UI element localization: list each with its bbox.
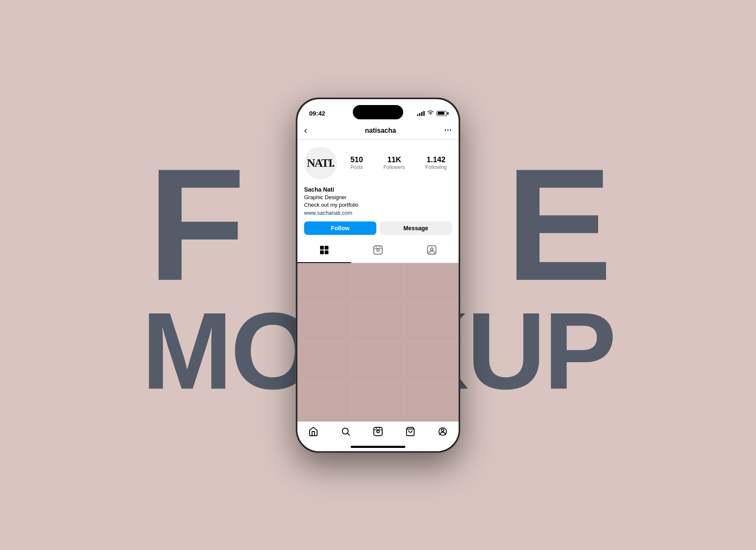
svg-rect-0 (320, 246, 324, 250)
grid-cell-9 (405, 342, 459, 382)
bg-letter-e: E (506, 145, 608, 305)
phone-screen: 09:42 (297, 99, 459, 451)
status-time: 09:42 (309, 110, 325, 117)
stat-posts: 510 Posts (350, 155, 363, 171)
app-content: ‹ natisacha ··· NATI. 510 Posts (297, 122, 459, 451)
grid-cell-8 (352, 342, 405, 382)
profile-website-link[interactable]: www.sachanati.com (304, 210, 352, 216)
profile-stats: 510 Posts 11K Followers 1.142 Following (345, 155, 452, 171)
nav-reels[interactable] (369, 426, 387, 439)
svg-rect-1 (325, 246, 328, 250)
search-icon (341, 426, 351, 439)
tab-reels[interactable] (351, 240, 405, 263)
grid-cell-7 (297, 342, 351, 382)
svg-rect-4 (374, 246, 382, 254)
svg-point-7 (430, 248, 433, 250)
avatar: NATI. (304, 147, 337, 179)
phone-shell: 09:42 (296, 98, 460, 453)
posts-count: 510 (350, 155, 363, 165)
status-icons (417, 110, 447, 116)
profile-section: NATI. 510 Posts 11K Followers (297, 140, 459, 240)
grid-cell-10 (297, 382, 351, 421)
bg-letter-f: F (148, 145, 241, 305)
svg-point-12 (441, 429, 444, 432)
signal-icon (417, 111, 425, 116)
home-icon (308, 426, 318, 439)
dynamic-island (353, 105, 403, 119)
grid-cell-12 (405, 382, 459, 421)
svg-point-5 (377, 249, 379, 251)
ig-header: ‹ natisacha ··· (297, 122, 459, 140)
stat-followers: 11K Followers (383, 155, 405, 171)
grid-icon (319, 245, 329, 258)
svg-rect-9 (374, 427, 382, 436)
phone-mockup: 09:42 (296, 98, 460, 453)
shop-icon (405, 426, 415, 439)
tab-grid[interactable] (297, 240, 351, 263)
profile-tabs (297, 240, 459, 263)
grid-cell-6 (405, 303, 459, 342)
profile-name: Sacha Nati (304, 186, 452, 193)
svg-point-10 (377, 430, 379, 433)
following-count: 1.142 (427, 155, 446, 165)
grid-cell-11 (352, 382, 405, 421)
profile-bio-line2: Check out my portfolio (304, 201, 452, 209)
profile-username: natisacha (365, 127, 396, 134)
more-options-button[interactable]: ··· (444, 126, 452, 135)
followers-label: Followers (383, 164, 405, 170)
tab-tagged[interactable] (405, 240, 459, 263)
photo-grid (297, 263, 459, 421)
nav-search[interactable] (336, 426, 355, 439)
home-indicator (351, 446, 405, 448)
grid-cell-5 (352, 303, 405, 342)
profile-actions: Follow Message (304, 221, 452, 235)
grid-cells (297, 263, 459, 421)
tagged-icon (427, 245, 437, 258)
back-button[interactable]: ‹ (304, 125, 317, 136)
profile-nav-icon (438, 426, 448, 439)
nav-shop[interactable] (401, 426, 420, 439)
svg-rect-2 (320, 250, 324, 254)
nav-profile[interactable] (433, 426, 452, 439)
nav-home[interactable] (304, 426, 323, 439)
grid-cell-3 (405, 263, 459, 302)
grid-cell-1 (297, 263, 351, 302)
profile-info: Sacha Nati Graphic Designer Check out my… (304, 186, 452, 216)
profile-top: NATI. 510 Posts 11K Followers (304, 147, 452, 179)
followers-count: 11K (387, 155, 401, 165)
grid-cell-2 (352, 263, 405, 302)
reels-nav-icon (373, 426, 383, 439)
wifi-icon (427, 110, 434, 116)
battery-icon (436, 111, 447, 116)
svg-rect-3 (325, 250, 328, 254)
profile-bio-line1: Graphic Designer (304, 194, 452, 201)
posts-label: Posts (350, 164, 363, 170)
following-label: Following (425, 164, 447, 170)
reels-icon (373, 245, 383, 258)
follow-button[interactable]: Follow (304, 221, 376, 235)
stat-following: 1.142 Following (425, 155, 447, 171)
grid-cell-4 (297, 303, 351, 342)
message-button[interactable]: Message (380, 221, 452, 235)
